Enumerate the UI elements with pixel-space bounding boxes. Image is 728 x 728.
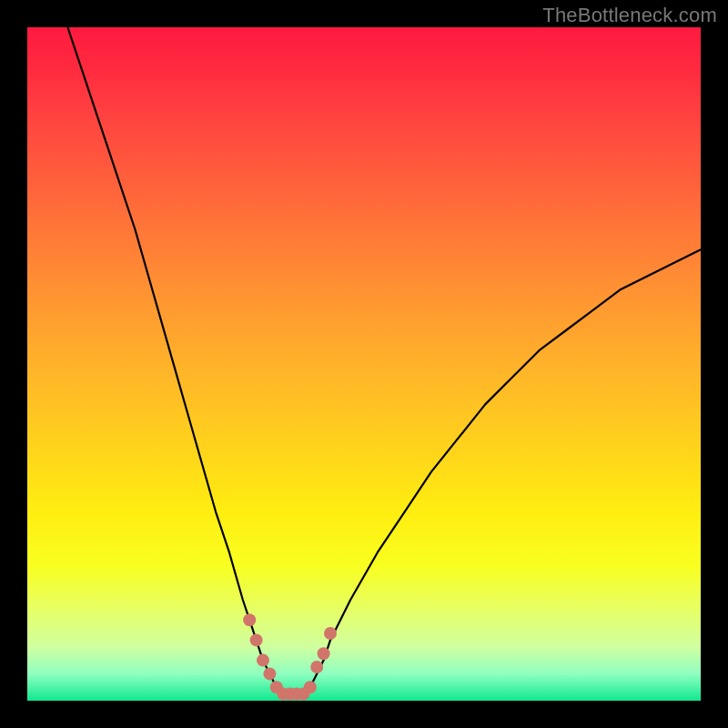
- chart-frame: TheBottleneck.com: [0, 0, 728, 728]
- marker-dot: [263, 667, 276, 680]
- marker-dot: [324, 627, 337, 640]
- watermark-text: TheBottleneck.com: [542, 4, 717, 27]
- marker-dot: [318, 647, 330, 660]
- marker-dot: [304, 681, 317, 693]
- curve-svg: [27, 27, 701, 701]
- marker-dot: [250, 633, 263, 646]
- marker-dot: [257, 654, 269, 667]
- bottleneck-curve: [67, 27, 701, 694]
- marker-dot: [310, 661, 323, 673]
- plot-area: [27, 27, 701, 701]
- highlight-markers: [243, 613, 337, 700]
- marker-dot: [243, 613, 256, 626]
